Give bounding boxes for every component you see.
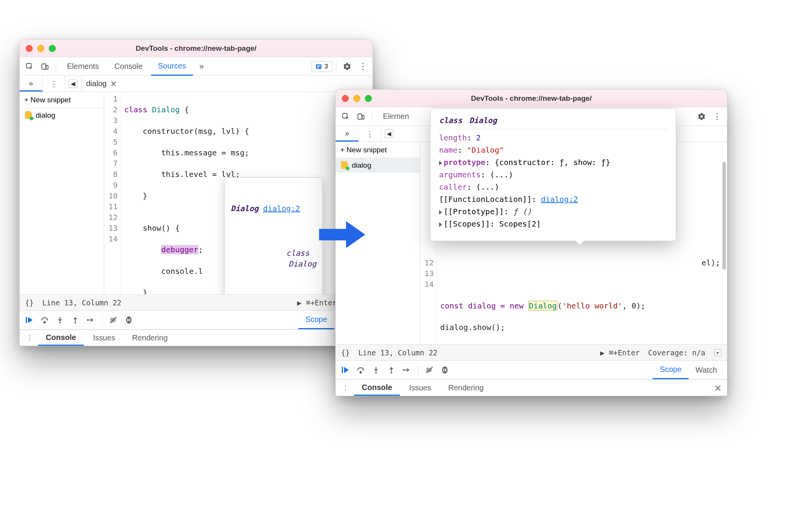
snippet-label: dialog [352, 161, 371, 170]
navigator-chevron-icon[interactable]: » [20, 76, 43, 92]
drawer-tab-console[interactable]: Console [38, 330, 84, 346]
new-snippet-button[interactable]: + New snippet [20, 92, 104, 108]
step-out-icon[interactable] [69, 313, 82, 327]
function-location-link[interactable]: dialog:2 [541, 195, 578, 204]
cursor-position: Line 13, Column 22 [42, 298, 121, 307]
tab-console[interactable]: Console [107, 57, 149, 76]
tab-sources[interactable]: Sources [151, 57, 193, 76]
step-over-icon[interactable] [38, 313, 51, 327]
deactivate-breakpoints-icon[interactable] [423, 363, 436, 377]
titlebar: DevTools - chrome://new-tab-page/ [336, 90, 727, 107]
minimize-window[interactable] [37, 45, 44, 52]
watch-tab[interactable]: Watch [689, 361, 724, 379]
line-gutter: 12 34 56 78 910 1112 1314 [104, 92, 121, 294]
scope-tab[interactable]: Scope [298, 311, 334, 329]
secondary-toolbar: » ⋮ ◀ dialog ✕ [20, 76, 373, 92]
navigator-chevron-icon[interactable]: » [336, 126, 359, 142]
code-editor[interactable]: 12 34 56 78 910 1112 1314 class Dialog {… [104, 92, 373, 294]
issues-badge[interactable]: 3 [311, 61, 332, 72]
run-shortcut[interactable]: ▶ ⌘+Enter [297, 298, 337, 307]
pause-on-exceptions-icon[interactable] [438, 363, 451, 377]
kebab-menu-icon[interactable]: ⋮ [710, 110, 724, 123]
new-snippet-button[interactable]: + New snippet [336, 142, 420, 158]
step-out-icon[interactable] [385, 363, 398, 377]
svg-point-22 [403, 369, 404, 371]
snippet-item-dialog[interactable]: dialog [336, 158, 420, 173]
drawer-kebab-icon[interactable]: ⋮ [23, 331, 37, 345]
resume-icon[interactable] [23, 313, 36, 327]
expand-caret-icon[interactable] [439, 210, 442, 215]
expand-caret-icon[interactable] [439, 161, 442, 165]
minimize-window[interactable] [353, 95, 360, 102]
svg-point-11 [87, 319, 88, 321]
close-window[interactable] [26, 45, 33, 52]
debugger-toolbar: Scope Watch [20, 310, 373, 330]
window-title: DevTools - chrome://new-tab-page/ [20, 44, 373, 53]
svg-point-10 [75, 322, 76, 323]
drawer-tab-issues[interactable]: Issues [85, 330, 123, 346]
snippet-item-dialog[interactable]: dialog [20, 108, 104, 123]
svg-rect-5 [317, 66, 321, 67]
device-toolbar-icon[interactable] [38, 60, 52, 73]
kebab-menu-icon[interactable]: ⋮ [356, 60, 369, 73]
drawer-tab-issues[interactable]: Issues [401, 380, 439, 396]
tab-elements[interactable]: Elements [60, 57, 106, 76]
transition-arrow-icon [319, 221, 365, 248]
file-tab-label[interactable]: dialog [86, 79, 106, 88]
navigator-kebab-icon[interactable]: ⋮ [43, 76, 65, 92]
close-window[interactable] [342, 95, 349, 102]
expand-caret-icon[interactable] [439, 222, 442, 227]
step-into-icon[interactable] [369, 363, 383, 377]
svg-point-8 [44, 322, 45, 323]
cursor-position: Line 13, Column 22 [358, 348, 438, 357]
close-drawer-icon[interactable]: ✕ [714, 383, 722, 394]
scrollbar-thumb[interactable] [722, 162, 726, 270]
resume-icon[interactable] [339, 363, 352, 377]
snippet-label: dialog [36, 111, 55, 120]
file-nav-back-icon[interactable]: ◀ [385, 130, 393, 138]
step-icon[interactable] [400, 363, 413, 377]
step-into-icon[interactable] [53, 313, 67, 327]
maximize-window[interactable] [365, 95, 372, 102]
inspect-element-icon[interactable] [339, 110, 353, 123]
file-nav-back-icon[interactable]: ◀ [69, 80, 77, 88]
svg-rect-18 [342, 367, 343, 373]
debugger-toolbar: Scope Watch [336, 360, 727, 380]
hover-popup: Dialog dialog:2 class Dialog [224, 177, 323, 294]
braces-icon[interactable]: {} [341, 348, 350, 357]
drawer-tab-rendering[interactable]: Rendering [125, 330, 175, 346]
svg-rect-14 [129, 318, 130, 322]
pause-on-exceptions-icon[interactable] [122, 313, 135, 327]
popup-source-link[interactable]: dialog:2 [263, 203, 300, 214]
drawer-kebab-icon[interactable]: ⋮ [339, 381, 353, 395]
tab-elements[interactable]: Elemen [376, 107, 416, 126]
svg-rect-17 [362, 115, 364, 119]
scope-tab[interactable]: Scope [653, 361, 689, 379]
settings-gear-icon[interactable] [340, 60, 354, 73]
drawer-tab-console[interactable]: Console [354, 380, 400, 396]
svg-rect-24 [443, 368, 444, 372]
drawer-tab-rendering[interactable]: Rendering [441, 380, 491, 396]
run-shortcut[interactable]: ▶ ⌘+Enter [600, 348, 640, 357]
svg-rect-16 [358, 114, 362, 119]
step-over-icon[interactable] [354, 363, 367, 377]
step-icon[interactable] [84, 313, 97, 327]
braces-icon[interactable]: {} [25, 298, 34, 307]
svg-rect-7 [26, 317, 27, 323]
deactivate-breakpoints-icon[interactable] [107, 313, 120, 327]
popup-class-name: Dialog [231, 203, 258, 214]
drawer: ⋮ Console Issues Rendering [20, 330, 373, 346]
maximize-window[interactable] [49, 45, 56, 52]
dropdown-icon[interactable]: ▾ [714, 349, 722, 356]
drawer: ⋮ Console Issues Rendering ✕ [336, 380, 727, 396]
settings-gear-icon[interactable] [695, 110, 709, 123]
more-tabs-chevron-icon[interactable]: » [195, 60, 208, 73]
device-toolbar-icon[interactable] [354, 110, 368, 123]
close-file-icon[interactable]: ✕ [110, 79, 117, 88]
object-properties-popup[interactable]: class Dialog length: 2 name: "Dialog" pr… [430, 108, 676, 241]
issues-count: 3 [324, 63, 328, 70]
code-content[interactable]: class Dialog { constructor(msg, lvl) { t… [121, 92, 373, 294]
sidebar: + New snippet dialog [20, 92, 104, 294]
navigator-kebab-icon[interactable]: ⋮ [359, 126, 381, 142]
inspect-element-icon[interactable] [23, 60, 37, 73]
